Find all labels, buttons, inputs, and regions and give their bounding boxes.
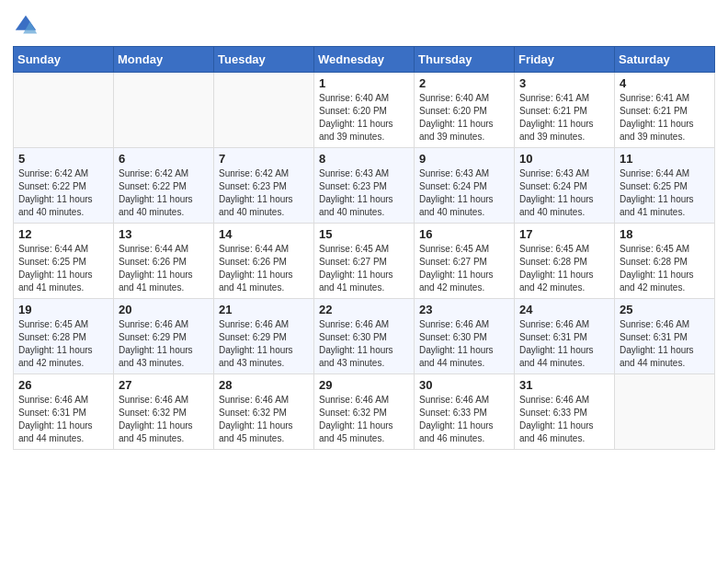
day-info: Sunrise: 6:46 AMSunset: 6:30 PMDaylight:… [319,318,409,370]
col-header-friday: Friday [515,47,615,73]
day-info: Sunrise: 6:42 AMSunset: 6:23 PMDaylight:… [219,167,309,219]
day-number: 25 [620,303,710,316]
calendar-cell: 23Sunrise: 6:46 AMSunset: 6:30 PMDayligh… [415,299,515,374]
calendar-cell: 2Sunrise: 6:40 AMSunset: 6:20 PMDaylight… [415,73,515,148]
day-number: 22 [319,303,409,316]
day-number: 3 [519,76,609,90]
day-info: Sunrise: 6:46 AMSunset: 6:30 PMDaylight:… [419,318,509,370]
day-number: 26 [18,378,108,392]
day-number: 20 [119,303,209,316]
page: SundayMondayTuesdayWednesdayThursdayFrid… [0,0,728,563]
logo-icon [13,13,39,39]
day-number: 1 [319,76,409,90]
day-info: Sunrise: 6:43 AMSunset: 6:24 PMDaylight:… [519,167,609,219]
calendar-cell: 30Sunrise: 6:46 AMSunset: 6:33 PMDayligh… [415,374,515,450]
day-info: Sunrise: 6:46 AMSunset: 6:32 PMDaylight:… [319,394,409,445]
day-info: Sunrise: 6:45 AMSunset: 6:27 PMDaylight:… [319,243,409,294]
day-number: 24 [519,303,609,316]
day-number: 2 [419,76,509,90]
day-number: 18 [620,227,710,241]
day-number: 12 [18,227,108,241]
day-number: 14 [219,227,309,241]
calendar-cell: 26Sunrise: 6:46 AMSunset: 6:31 PMDayligh… [14,374,114,450]
calendar-cell: 16Sunrise: 6:45 AMSunset: 6:27 PMDayligh… [415,224,515,299]
logo [13,13,40,39]
calendar-cell: 8Sunrise: 6:43 AMSunset: 6:23 PMDaylight… [314,148,415,224]
col-header-sunday: Sunday [14,47,114,73]
day-info: Sunrise: 6:44 AMSunset: 6:26 PMDaylight:… [119,243,209,294]
calendar-cell: 1Sunrise: 6:40 AMSunset: 6:20 PMDaylight… [314,73,415,148]
day-info: Sunrise: 6:46 AMSunset: 6:29 PMDaylight:… [219,318,309,370]
day-number: 9 [419,152,509,166]
day-number: 4 [620,76,710,90]
calendar-cell [615,374,715,450]
day-number: 15 [319,227,409,241]
day-info: Sunrise: 6:46 AMSunset: 6:31 PMDaylight:… [18,394,108,445]
day-info: Sunrise: 6:45 AMSunset: 6:28 PMDaylight:… [519,243,609,294]
day-info: Sunrise: 6:45 AMSunset: 6:27 PMDaylight:… [419,243,509,294]
calendar-cell: 29Sunrise: 6:46 AMSunset: 6:32 PMDayligh… [314,374,415,450]
day-info: Sunrise: 6:46 AMSunset: 6:31 PMDaylight:… [620,318,710,370]
day-number: 28 [219,378,309,392]
col-header-saturday: Saturday [615,47,715,73]
day-info: Sunrise: 6:44 AMSunset: 6:25 PMDaylight:… [18,243,108,294]
day-info: Sunrise: 6:46 AMSunset: 6:32 PMDaylight:… [219,394,309,445]
day-number: 21 [219,303,309,316]
calendar-cell [14,73,114,148]
calendar-cell: 17Sunrise: 6:45 AMSunset: 6:28 PMDayligh… [515,224,615,299]
day-number: 19 [18,303,108,316]
day-info: Sunrise: 6:44 AMSunset: 6:26 PMDaylight:… [219,243,309,294]
day-info: Sunrise: 6:40 AMSunset: 6:20 PMDaylight:… [419,92,509,144]
day-info: Sunrise: 6:46 AMSunset: 6:31 PMDaylight:… [519,318,609,370]
calendar-cell: 20Sunrise: 6:46 AMSunset: 6:29 PMDayligh… [114,299,214,374]
day-info: Sunrise: 6:43 AMSunset: 6:23 PMDaylight:… [319,167,409,219]
calendar-cell: 3Sunrise: 6:41 AMSunset: 6:21 PMDaylight… [515,73,615,148]
calendar-cell: 22Sunrise: 6:46 AMSunset: 6:30 PMDayligh… [314,299,415,374]
calendar-cell: 13Sunrise: 6:44 AMSunset: 6:26 PMDayligh… [114,224,214,299]
calendar-cell: 7Sunrise: 6:42 AMSunset: 6:23 PMDaylight… [214,148,314,224]
day-info: Sunrise: 6:46 AMSunset: 6:29 PMDaylight:… [119,318,209,370]
calendar-cell: 25Sunrise: 6:46 AMSunset: 6:31 PMDayligh… [615,299,715,374]
day-number: 6 [119,152,209,166]
day-info: Sunrise: 6:42 AMSunset: 6:22 PMDaylight:… [119,167,209,219]
day-info: Sunrise: 6:46 AMSunset: 6:33 PMDaylight:… [419,394,509,445]
calendar-cell: 15Sunrise: 6:45 AMSunset: 6:27 PMDayligh… [314,224,415,299]
day-info: Sunrise: 6:45 AMSunset: 6:28 PMDaylight:… [18,318,108,370]
calendar-cell: 21Sunrise: 6:46 AMSunset: 6:29 PMDayligh… [214,299,314,374]
calendar-cell: 6Sunrise: 6:42 AMSunset: 6:22 PMDaylight… [114,148,214,224]
calendar-cell: 18Sunrise: 6:45 AMSunset: 6:28 PMDayligh… [615,224,715,299]
day-number: 27 [119,378,209,392]
day-info: Sunrise: 6:41 AMSunset: 6:21 PMDaylight:… [519,92,609,144]
day-number: 30 [419,378,509,392]
calendar-cell: 9Sunrise: 6:43 AMSunset: 6:24 PMDaylight… [415,148,515,224]
calendar-cell: 10Sunrise: 6:43 AMSunset: 6:24 PMDayligh… [515,148,615,224]
day-number: 23 [419,303,509,316]
day-number: 8 [319,152,409,166]
day-number: 13 [119,227,209,241]
calendar-cell [114,73,214,148]
day-info: Sunrise: 6:45 AMSunset: 6:28 PMDaylight:… [620,243,710,294]
calendar-cell: 11Sunrise: 6:44 AMSunset: 6:25 PMDayligh… [615,148,715,224]
day-info: Sunrise: 6:42 AMSunset: 6:22 PMDaylight:… [18,167,108,219]
calendar-cell [214,73,314,148]
col-header-monday: Monday [114,47,214,73]
day-number: 11 [620,152,710,166]
calendar-cell: 14Sunrise: 6:44 AMSunset: 6:26 PMDayligh… [214,224,314,299]
calendar-cell: 27Sunrise: 6:46 AMSunset: 6:32 PMDayligh… [114,374,214,450]
col-header-tuesday: Tuesday [214,47,314,73]
col-header-thursday: Thursday [415,47,515,73]
calendar-cell: 28Sunrise: 6:46 AMSunset: 6:32 PMDayligh… [214,374,314,450]
calendar-cell: 4Sunrise: 6:41 AMSunset: 6:21 PMDaylight… [615,73,715,148]
calendar-cell: 19Sunrise: 6:45 AMSunset: 6:28 PMDayligh… [14,299,114,374]
calendar-cell: 5Sunrise: 6:42 AMSunset: 6:22 PMDaylight… [14,148,114,224]
day-number: 17 [519,227,609,241]
calendar: SundayMondayTuesdayWednesdayThursdayFrid… [13,46,715,450]
day-number: 7 [219,152,309,166]
day-number: 31 [519,378,609,392]
day-info: Sunrise: 6:43 AMSunset: 6:24 PMDaylight:… [419,167,509,219]
day-number: 29 [319,378,409,392]
day-info: Sunrise: 6:44 AMSunset: 6:25 PMDaylight:… [620,167,710,219]
col-header-wednesday: Wednesday [314,47,415,73]
day-info: Sunrise: 6:41 AMSunset: 6:21 PMDaylight:… [620,92,710,144]
day-number: 5 [18,152,108,166]
